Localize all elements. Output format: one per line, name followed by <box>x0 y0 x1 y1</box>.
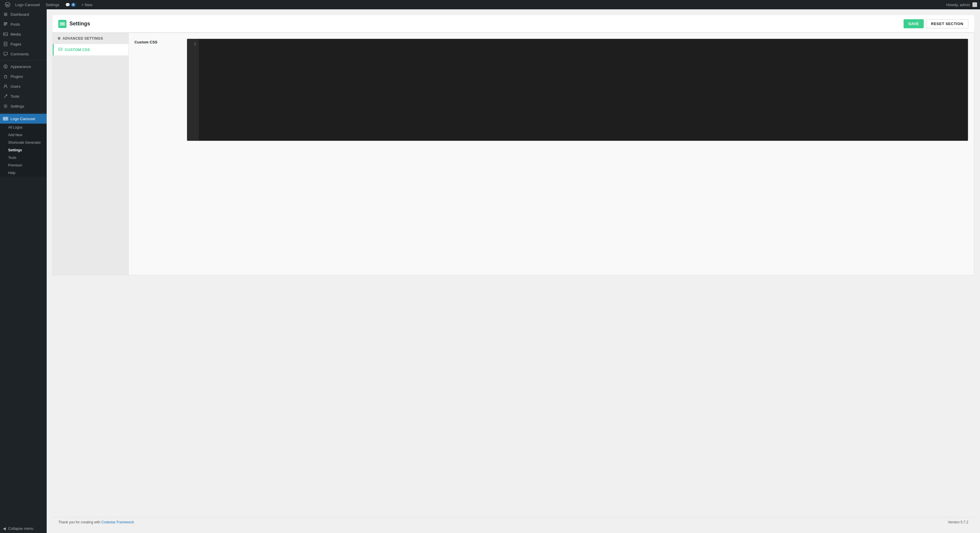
adminbar-settings[interactable]: Settings <box>43 0 62 10</box>
comment-icon: 💬 <box>65 3 70 7</box>
submenu-settings[interactable]: Settings <box>0 146 47 154</box>
sidebar: ⊞ Dashboard Posts Media Pages Comments <box>0 10 47 533</box>
svg-rect-21 <box>62 23 63 25</box>
svg-rect-22 <box>63 23 64 25</box>
avatar <box>972 2 977 7</box>
sidebar-divider-2 <box>0 112 47 113</box>
svg-rect-10 <box>5 45 6 45</box>
version-text: Version 5.7.2 <box>948 520 968 524</box>
comments-icon <box>3 51 8 57</box>
css-textarea[interactable] <box>199 39 968 140</box>
footer: Thank you for creating with Codestar Fra… <box>52 517 974 527</box>
svg-rect-3 <box>4 24 7 24</box>
sidebar-item-appearance[interactable]: Appearance <box>0 62 47 72</box>
sidebar-item-dashboard[interactable]: ⊞ Dashboard <box>0 10 47 19</box>
adminbar-new[interactable]: + New <box>78 0 95 10</box>
submenu-all-logos[interactable]: All Logos <box>0 124 47 131</box>
custom-css-label: Custom CSS <box>134 39 181 44</box>
content-spacer <box>52 275 974 517</box>
media-icon <box>3 32 8 37</box>
footer-text: Thank you for creating with Codestar Fra… <box>58 520 134 524</box>
svg-point-14 <box>5 105 6 107</box>
code-editor: 1 <box>187 39 968 141</box>
page-title: Settings <box>69 21 90 27</box>
submenu-add-new[interactable]: Add New <box>0 131 47 139</box>
dashboard-icon: ⊞ <box>3 12 8 17</box>
nav-custom-css[interactable]: CUSTOM CSS <box>53 44 128 56</box>
reset-section-button[interactable]: RESET SECTION <box>926 19 968 28</box>
sidebar-item-comments[interactable]: Comments <box>0 49 47 59</box>
page-icon <box>58 20 67 28</box>
pages-icon <box>3 41 8 47</box>
plugins-icon <box>3 74 8 79</box>
settings-container: ⚙ ADVANCED SETTINGS CUSTOM CSS Custom CS… <box>52 33 974 275</box>
svg-rect-17 <box>5 118 6 119</box>
custom-css-row: Custom CSS 1 <box>134 39 968 141</box>
svg-rect-8 <box>5 43 6 43</box>
settings-left-panel: ⚙ ADVANCED SETTINGS CUSTOM CSS <box>53 33 129 275</box>
submenu-premium[interactable]: Premium <box>0 162 47 169</box>
sidebar-item-pages[interactable]: Pages <box>0 39 47 49</box>
adminbar-site-name[interactable]: Logo Carousel <box>12 0 43 10</box>
sidebar-item-posts[interactable]: Posts <box>0 19 47 29</box>
adminbar-comments[interactable]: 💬 0 <box>62 0 79 10</box>
sidebar-item-settings[interactable]: Settings <box>0 101 47 111</box>
sidebar-item-users[interactable]: Users <box>0 81 47 91</box>
svg-text:W: W <box>6 3 10 7</box>
codestar-link[interactable]: Codestar Framework <box>101 520 134 524</box>
logo-carousel-icon <box>3 116 8 121</box>
submenu-shortcode-generator[interactable]: Shortcode Generator <box>0 139 47 146</box>
logo-carousel-submenu: All Logos Add New Shortcode Generator Se… <box>0 124 47 177</box>
svg-rect-16 <box>4 118 5 119</box>
sidebar-divider-1 <box>0 60 47 60</box>
collapse-menu-button[interactable]: ◀ Collapse menu <box>0 524 47 533</box>
collapse-icon: ◀ <box>3 526 6 531</box>
custom-css-editor: 1 <box>187 39 968 141</box>
appearance-icon <box>3 64 8 69</box>
css-icon <box>58 47 62 52</box>
svg-rect-5 <box>3 33 8 36</box>
gear-icon: ⚙ <box>57 37 61 41</box>
svg-rect-4 <box>4 25 6 25</box>
svg-point-13 <box>5 84 6 86</box>
sidebar-item-tools[interactable]: Tools <box>0 91 47 101</box>
sidebar-item-media[interactable]: Media <box>0 29 47 39</box>
settings-icon <box>3 103 8 109</box>
svg-rect-20 <box>60 23 62 25</box>
advanced-settings-header: ⚙ ADVANCED SETTINGS <box>53 33 128 44</box>
tools-icon <box>3 94 8 99</box>
sidebar-item-logo-carousel[interactable]: Logo Carousel <box>0 114 47 124</box>
header-buttons: SAVE RESET SECTION <box>904 19 968 28</box>
svg-rect-18 <box>6 118 7 119</box>
admin-bar: W Logo Carousel Settings 💬 0 + New Howdy… <box>0 0 980 10</box>
settings-right-panel: Custom CSS 1 <box>129 33 974 275</box>
posts-icon <box>3 22 8 27</box>
save-button[interactable]: SAVE <box>904 19 923 28</box>
sidebar-item-plugins[interactable]: Plugins <box>0 72 47 81</box>
adminbar-user: Howdy, admin <box>947 2 977 7</box>
line-numbers: 1 <box>187 39 199 140</box>
page-header: Settings SAVE RESET SECTION <box>52 15 974 33</box>
svg-rect-12 <box>5 76 7 78</box>
wp-logo[interactable]: W <box>3 0 12 10</box>
users-icon <box>3 84 8 89</box>
main-layout: ⊞ Dashboard Posts Media Pages Comments <box>0 10 980 533</box>
submenu-help[interactable]: Help <box>0 169 47 177</box>
submenu-tools[interactable]: Tools <box>0 154 47 162</box>
svg-rect-2 <box>4 22 7 23</box>
page-title-area: Settings <box>58 20 90 28</box>
content-area: Settings SAVE RESET SECTION ⚙ ADVANCED S… <box>47 10 980 533</box>
